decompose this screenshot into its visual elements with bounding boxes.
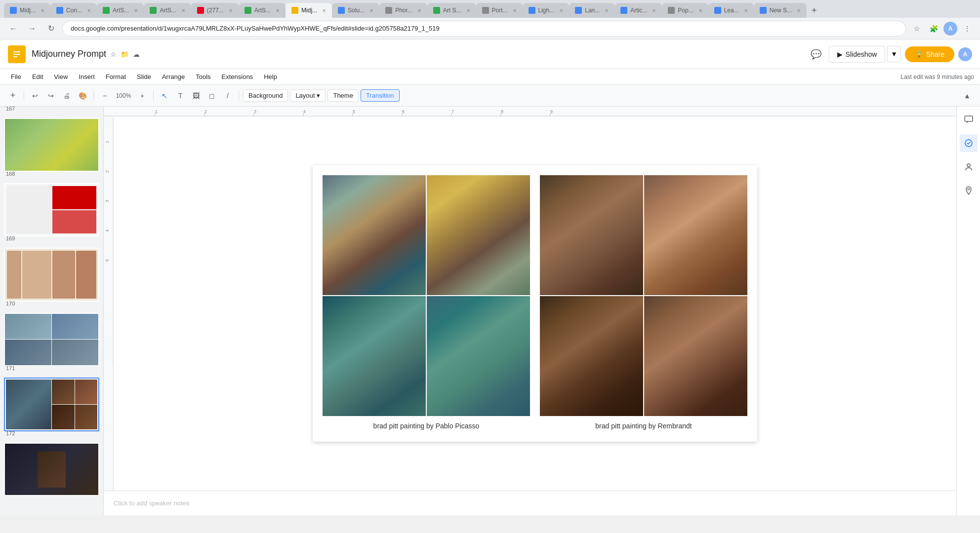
slide-item-171[interactable]: 171 bbox=[4, 370, 99, 431]
tab-close-10[interactable]: ✕ bbox=[466, 8, 470, 13]
tab-close-1[interactable]: ✕ bbox=[41, 8, 44, 13]
tab-12[interactable]: Ligh... ✕ bbox=[523, 3, 570, 18]
tab-8[interactable]: Solu... ✕ bbox=[332, 3, 379, 18]
menu-slide[interactable]: Slide bbox=[132, 71, 156, 82]
slide-item-167[interactable]: 167 bbox=[4, 111, 99, 172]
undo-button[interactable]: ↩ bbox=[28, 89, 42, 103]
tab-close-9[interactable]: ✕ bbox=[417, 8, 421, 13]
share-button[interactable]: 🔒 Share bbox=[905, 46, 954, 62]
tab-close-12[interactable]: ✕ bbox=[559, 8, 563, 13]
slide-thumb-172[interactable] bbox=[4, 443, 99, 496]
collapse-toolbar-button[interactable]: ▲ bbox=[960, 89, 974, 103]
tab-11[interactable]: Port... ✕ bbox=[476, 3, 523, 18]
menu-edit[interactable]: Edit bbox=[27, 71, 48, 82]
cursor-button[interactable]: ↖ bbox=[158, 89, 171, 103]
tab-close-5[interactable]: ✕ bbox=[229, 8, 233, 13]
menu-view[interactable]: View bbox=[49, 71, 73, 82]
text-button[interactable]: T bbox=[173, 89, 187, 103]
zoom-out-button[interactable]: − bbox=[98, 89, 112, 103]
zoom-level-button[interactable]: 100% bbox=[114, 89, 133, 103]
tab-close-8[interactable]: ✕ bbox=[369, 8, 373, 13]
new-tab-button[interactable]: + bbox=[807, 3, 822, 18]
address-bar[interactable]: docs.google.com/presentation/d/1wugxrcaA… bbox=[62, 21, 906, 37]
tab-9[interactable]: Phor... ✕ bbox=[379, 3, 427, 18]
menu-file[interactable]: File bbox=[6, 71, 26, 82]
tab-7-active[interactable]: Midj... ✕ bbox=[286, 3, 332, 18]
tab-1[interactable]: Midj... ✕ bbox=[4, 3, 50, 18]
slide-thumb-168[interactable] bbox=[4, 183, 99, 237]
picasso-caption[interactable]: brad pitt painting by Pablo Picasso bbox=[323, 420, 530, 432]
tab-15[interactable]: Pop... ✕ bbox=[662, 3, 708, 18]
comments-icon-button[interactable]: 💬 bbox=[807, 45, 825, 63]
tab-close-4[interactable]: ✕ bbox=[181, 8, 185, 13]
folder-icon[interactable]: 📁 bbox=[121, 50, 129, 58]
transition-button[interactable]: Transition bbox=[361, 89, 400, 102]
slideshow-button[interactable]: ▶ Slideshow bbox=[829, 46, 886, 63]
tab-close-17[interactable]: ✕ bbox=[797, 8, 801, 13]
menu-insert[interactable]: Insert bbox=[74, 71, 100, 82]
redo-button[interactable]: ↪ bbox=[44, 89, 58, 103]
slide-item-170[interactable]: 170 bbox=[4, 305, 99, 367]
check-sidebar-button[interactable] bbox=[960, 134, 978, 152]
person-sidebar-button[interactable] bbox=[960, 158, 978, 176]
profile-avatar[interactable]: A bbox=[943, 22, 957, 36]
rembrandt-caption[interactable]: brad pitt painting by Rembrandt bbox=[540, 420, 747, 432]
slide-item-172[interactable]: 172 bbox=[4, 435, 99, 496]
tab-close-11[interactable]: ✕ bbox=[513, 8, 517, 13]
tab-close-6[interactable]: ✕ bbox=[276, 8, 280, 13]
canvas-container[interactable]: brad pitt painting by Pablo Picasso bbox=[114, 116, 956, 491]
star-icon[interactable]: ☆ bbox=[110, 50, 117, 58]
tab-10[interactable]: Art S... ✕ bbox=[427, 3, 476, 18]
cloud-icon[interactable]: ☁ bbox=[133, 50, 140, 58]
slide-item-169[interactable]: 169 bbox=[4, 240, 99, 302]
tab-close-15[interactable]: ✕ bbox=[698, 8, 702, 13]
image-button[interactable]: 🖼 bbox=[189, 89, 203, 103]
tab-16[interactable]: Lea... ✕ bbox=[708, 3, 754, 18]
background-button[interactable]: Background bbox=[243, 89, 288, 102]
slide-thumb-171[interactable] bbox=[4, 378, 99, 431]
tab-close-13[interactable]: ✕ bbox=[605, 8, 609, 13]
extensions-button[interactable]: 🧩 bbox=[927, 22, 940, 36]
bookmark-button[interactable]: ☆ bbox=[910, 22, 924, 36]
tab-17[interactable]: New S... ✕ bbox=[754, 3, 807, 18]
location-sidebar-button[interactable] bbox=[960, 182, 978, 199]
theme-button[interactable]: Theme bbox=[327, 89, 358, 102]
tab-13[interactable]: Lan... ✕ bbox=[569, 3, 614, 18]
reload-button[interactable]: ↻ bbox=[43, 21, 58, 36]
comments-sidebar-button[interactable] bbox=[960, 111, 978, 128]
tab-close-14[interactable]: ✕ bbox=[652, 8, 656, 13]
tab-close-2[interactable]: ✕ bbox=[87, 8, 91, 13]
menu-tools[interactable]: Tools bbox=[191, 71, 215, 82]
slide-canvas[interactable]: brad pitt painting by Pablo Picasso bbox=[313, 165, 757, 442]
tab-6[interactable]: ArtS... ✕ bbox=[239, 3, 286, 18]
menu-help[interactable]: Help bbox=[259, 71, 282, 82]
paint-format-button[interactable]: 🎨 bbox=[76, 89, 89, 103]
user-avatar[interactable]: A bbox=[958, 47, 972, 61]
menu-extensions[interactable]: Extensions bbox=[217, 71, 258, 82]
line-button[interactable]: / bbox=[221, 89, 235, 103]
tab-2[interactable]: Con... ✕ bbox=[50, 3, 97, 18]
add-button[interactable]: + bbox=[6, 89, 20, 103]
forward-button[interactable]: → bbox=[25, 21, 40, 36]
speaker-notes[interactable]: Click to add speaker notes bbox=[104, 491, 956, 515]
tab-14[interactable]: Artic... ✕ bbox=[614, 3, 662, 18]
slide-thumb-167[interactable] bbox=[4, 118, 99, 172]
menu-format[interactable]: Format bbox=[101, 71, 131, 82]
print-button[interactable]: 🖨 bbox=[60, 89, 74, 103]
back-button[interactable]: ← bbox=[6, 21, 21, 36]
tab-5[interactable]: (277... ✕ bbox=[191, 3, 239, 18]
slide-thumb-170[interactable] bbox=[4, 313, 99, 367]
more-options-button[interactable]: ⋮ bbox=[960, 22, 974, 36]
layout-button[interactable]: Layout ▾ bbox=[290, 89, 326, 102]
tab-4[interactable]: ArtS... ✕ bbox=[144, 3, 191, 18]
slide-item-168[interactable]: 168 bbox=[4, 176, 99, 237]
tab-3[interactable]: ArtS... ✕ bbox=[97, 3, 144, 18]
tab-close-16[interactable]: ✕ bbox=[744, 8, 748, 13]
shape-button[interactable]: ◻ bbox=[205, 89, 219, 103]
tab-close-7[interactable]: ✕ bbox=[322, 8, 326, 13]
zoom-in-button[interactable]: + bbox=[135, 89, 149, 103]
doc-title[interactable]: Midjourney Prompt bbox=[32, 49, 106, 59]
menu-arrange[interactable]: Arrange bbox=[157, 71, 190, 82]
tab-close-3[interactable]: ✕ bbox=[134, 8, 138, 13]
slide-thumb-169[interactable] bbox=[4, 248, 99, 302]
